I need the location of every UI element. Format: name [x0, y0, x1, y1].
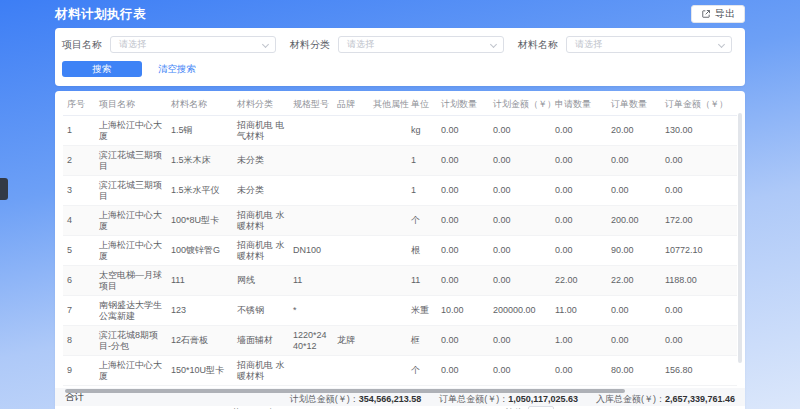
table-row: 8滨江花城8期项目-分包12石膏板墙面辅材1220*2440*12龙牌框0.00…: [63, 326, 737, 356]
table-cell: 上海松江中心大厦: [95, 116, 167, 146]
table-cell: 90.00: [607, 236, 661, 266]
table-cell: [333, 116, 369, 146]
table-cell: 0.00: [489, 176, 551, 206]
table-cell: [289, 116, 333, 146]
table-cell: 招商机电 水暖材料: [233, 206, 289, 236]
horizontal-scrollbar[interactable]: [65, 389, 625, 393]
table-cell: 80.00: [607, 356, 661, 386]
table-cell: 1: [63, 116, 95, 146]
table-cell: [333, 236, 369, 266]
table-cell: 10.00: [437, 296, 489, 326]
top-bar: 材料计划执行表 导出: [0, 0, 800, 28]
material-name-select[interactable]: 请选择: [566, 36, 732, 53]
clear-search-button[interactable]: 清空搜索: [158, 63, 196, 76]
column-header: 序号: [63, 93, 95, 116]
column-header: 品牌: [333, 93, 369, 116]
search-button[interactable]: 搜索: [62, 61, 142, 77]
table-cell: 6: [63, 266, 95, 296]
table-cell: [369, 146, 407, 176]
material-category-label: 材料分类: [290, 38, 330, 52]
table-cell: 0.00: [437, 326, 489, 356]
table-cell: 0.00: [661, 176, 737, 206]
table-cell: 0.00: [607, 296, 661, 326]
table-panel: 序号项目名称材料名称材料分类规格型号品牌其他属性单位计划数量计划金额（￥）申请数…: [55, 91, 745, 409]
table-cell: 20.00: [607, 116, 661, 146]
table-cell: 2: [63, 146, 95, 176]
table-row: 5上海松江中心大厦100镀锌管G招商机电 水暖材料DN100根0.000.000…: [63, 236, 737, 266]
table-cell: 1.5铜: [167, 116, 233, 146]
table-header-row: 序号项目名称材料名称材料分类规格型号品牌其他属性单位计划数量计划金额（￥）申请数…: [63, 93, 737, 116]
table-cell: [333, 356, 369, 386]
table-cell: 0.00: [607, 146, 661, 176]
table-cell: 130.00: [661, 116, 737, 146]
table-cell: 3: [63, 176, 95, 206]
table-cell: 框: [407, 326, 437, 356]
table-cell: [369, 206, 407, 236]
table-cell: 200.00: [607, 206, 661, 236]
table-cell: [289, 206, 333, 236]
vertical-scrollbar[interactable]: [738, 113, 742, 363]
table-cell: 0.00: [437, 176, 489, 206]
table-cell: [369, 326, 407, 356]
table-cell: 7: [63, 296, 95, 326]
table-cell: 根: [407, 236, 437, 266]
material-category-select[interactable]: 请选择: [338, 36, 504, 53]
table-cell: [333, 176, 369, 206]
table-cell: 123: [167, 296, 233, 326]
material-category-placeholder: 请选择: [347, 38, 374, 51]
export-button[interactable]: 导出: [691, 5, 745, 23]
sidebar-handle[interactable]: [0, 178, 8, 200]
table-cell: 0.00: [661, 146, 737, 176]
table-cell: 0.00: [551, 206, 607, 236]
table-cell: *: [289, 296, 333, 326]
table-cell: 龙牌: [333, 326, 369, 356]
summary-total-value: 1,050,117,025.63: [508, 394, 578, 404]
table-cell: 0.00: [489, 206, 551, 236]
table-cell: 11: [407, 266, 437, 296]
table-cell: 1: [407, 146, 437, 176]
table-cell: 0.00: [607, 326, 661, 356]
table-cell: [369, 296, 407, 326]
project-name-label: 项目名称: [62, 38, 102, 52]
table-cell: 0.00: [551, 356, 607, 386]
table-cell: [369, 176, 407, 206]
table-row: 4上海松江中心大厦100*8U型卡招商机电 水暖材料个0.000.000.002…: [63, 206, 737, 236]
table-cell: 不锈钢: [233, 296, 289, 326]
column-header: 其他属性: [369, 93, 407, 116]
table-cell: 5: [63, 236, 95, 266]
table-cell: 0.00: [489, 356, 551, 386]
table-cell: 4: [63, 206, 95, 236]
column-header: 订单数量: [607, 93, 661, 116]
column-header: 申请数量: [551, 93, 607, 116]
table-cell: 100镀锌管G: [167, 236, 233, 266]
table-cell: [369, 116, 407, 146]
table-cell: DN100: [289, 236, 333, 266]
table-body: 1上海松江中心大厦1.5铜招商机电 电气材料kg0.000.000.0020.0…: [63, 116, 737, 386]
project-name-select[interactable]: 请选择: [110, 36, 276, 53]
column-header: 单位: [407, 93, 437, 116]
table-cell: 0.00: [437, 116, 489, 146]
table-cell: 0.00: [551, 236, 607, 266]
table-cell: 156.80: [661, 356, 737, 386]
export-icon: [701, 9, 711, 19]
table-cell: 上海松江中心大厦: [95, 236, 167, 266]
table-cell: 172.00: [661, 206, 737, 236]
column-header: 计划数量: [437, 93, 489, 116]
table-cell: 1.00: [551, 326, 607, 356]
summary-total-label: 入库总金额(￥)：: [596, 394, 665, 404]
table-cell: 0.00: [489, 236, 551, 266]
material-name-label: 材料名称: [518, 38, 558, 52]
table-cell: [333, 266, 369, 296]
table-cell: 100*8U型卡: [167, 206, 233, 236]
table-cell: [333, 296, 369, 326]
table-cell: 1: [407, 176, 437, 206]
project-name-placeholder: 请选择: [119, 38, 146, 51]
page-title: 材料计划执行表: [55, 6, 146, 23]
table-cell: [369, 266, 407, 296]
table-cell: 网线: [233, 266, 289, 296]
summary-total-label: 计划总金额(￥)：: [290, 394, 359, 404]
table-cell: 22.00: [551, 266, 607, 296]
table-cell: [333, 146, 369, 176]
table-cell: [369, 236, 407, 266]
table-cell: 12石膏板: [167, 326, 233, 356]
